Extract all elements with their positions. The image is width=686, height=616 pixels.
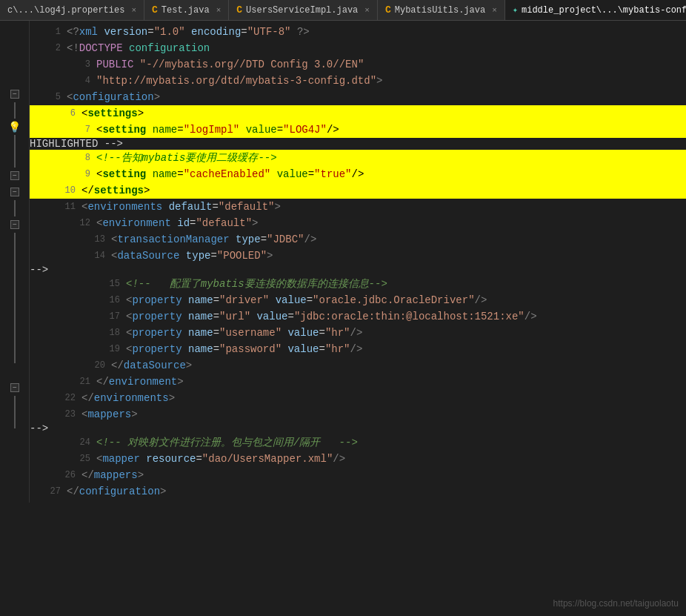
- gutter-row: [0, 396, 29, 412]
- code-line-26: 26 </mappers>: [30, 467, 686, 483]
- tab-mybatis-utils[interactable]: C MybatisUitls.java ×: [378, 0, 505, 20]
- gutter-row: [0, 331, 29, 347]
- code-line-9: 9 <setting name="cacheEnabled" value="tr…: [30, 166, 686, 182]
- line-number: 19: [96, 344, 120, 354]
- code-line-10: 10 </settings>: [30, 182, 686, 199]
- close-icon[interactable]: ×: [492, 6, 497, 15]
- line-number: 18: [96, 328, 120, 338]
- line-number: 11: [52, 202, 76, 212]
- code-line-17: 17 <property name="url" value="jdbc:orac…: [30, 308, 686, 325]
- code-area: 1 <?xml version="1.0" encoding="UTF-8" ?…: [30, 21, 686, 503]
- fold-icon[interactable]: −: [10, 220, 19, 229]
- fold-icon[interactable]: −: [10, 171, 19, 180]
- code-line-6: 6 <settings>: [30, 105, 686, 122]
- tab-label: c\...\log4j.properties: [7, 5, 124, 16]
- gutter-row: [0, 102, 29, 119]
- gutter-row: [0, 314, 29, 331]
- fold-line: [14, 249, 16, 265]
- gutter-row: [0, 347, 29, 363]
- line-number: 10: [52, 185, 76, 196]
- line-number: 5: [37, 92, 61, 102]
- line-number: 8: [67, 153, 90, 163]
- code-line-15: 15 <!-- 配置了mybatis要连接的数据库的连接信息-->: [30, 276, 686, 292]
- close-icon[interactable]: ×: [364, 6, 370, 15]
- line-number: 24: [67, 437, 90, 448]
- fold-line: [14, 233, 16, 249]
- line-number: 17: [96, 311, 120, 322]
- code-line-22: 22 </environments>: [30, 390, 686, 406]
- code-line-16: 16 <property name="driver" value="oracle…: [30, 292, 686, 308]
- fold-icon[interactable]: −: [10, 90, 19, 99]
- code-line-19: 19 <property name="password" value="hr"/…: [30, 341, 686, 357]
- fold-line: [14, 200, 16, 216]
- tab-mybatis-config[interactable]: ✦ middle_project\...\mybatis-config.xml …: [505, 0, 686, 20]
- code-line-27: 27 </configuration>: [30, 483, 686, 500]
- fold-line: [14, 331, 16, 347]
- gutter-row: −: [0, 216, 29, 233]
- code-line-5: 5 <configuration>: [30, 89, 686, 105]
- tab-test-java[interactable]: C Test.java ×: [144, 0, 229, 20]
- line-number: 26: [52, 470, 76, 480]
- close-icon[interactable]: ×: [216, 6, 222, 15]
- line-number: 14: [81, 251, 105, 261]
- gutter-row: [0, 298, 29, 314]
- lightbulb-icon[interactable]: 💡: [8, 121, 21, 133]
- line-number: 7: [67, 125, 90, 135]
- code-line-3: 3 PUBLIC "-//mybatis.org//DTD Config 3.0…: [30, 56, 686, 73]
- code-line-21: 21 </environment>: [30, 374, 686, 390]
- code-line-4: 4 "http://mybatis.org/dtd/mybatis-3-conf…: [30, 73, 686, 89]
- gutter-row: [0, 233, 29, 249]
- gutter-row: [0, 363, 29, 380]
- gutter-row: [0, 21, 29, 37]
- gutter-row: [0, 265, 29, 282]
- code-line-24: 24 <!-- 对映射文件进行注册。包与包之间用/隔开 -->: [30, 434, 686, 451]
- gutter-row: [0, 53, 29, 70]
- xml-icon: ✦: [513, 4, 518, 16]
- fold-line: [14, 282, 16, 298]
- code-line-12: 12 <environment id="default">: [30, 215, 686, 231]
- line-number: 27: [37, 486, 61, 497]
- close-icon[interactable]: ×: [131, 6, 136, 15]
- tab-label: middle_project\...\mybatis-config.xml: [522, 5, 686, 16]
- line-number: 1: [37, 27, 61, 37]
- fold-line: [14, 151, 16, 168]
- fold-line: [14, 396, 16, 412]
- gutter-row: 💡: [0, 119, 29, 135]
- gutter-row: −: [0, 168, 29, 184]
- java-icon: C: [152, 4, 158, 16]
- fold-line: [14, 265, 16, 282]
- tab-label: Test.java: [161, 5, 210, 16]
- line-number: 12: [67, 218, 90, 228]
- gutter-row: [0, 135, 29, 151]
- code-line-1: 1 <?xml version="1.0" encoding="UTF-8" ?…: [30, 24, 686, 40]
- gutter-row: −: [0, 380, 29, 396]
- gutter-row: [0, 70, 29, 86]
- line-number: 16: [96, 295, 120, 305]
- tab-users-service[interactable]: C UsersServiceImpl.java ×: [229, 0, 378, 20]
- fold-line: [14, 102, 16, 119]
- gutter-row: [0, 200, 29, 216]
- line-number: 9: [67, 169, 90, 179]
- fold-line: [14, 314, 16, 331]
- code-line-20: 20 </dataSource>: [30, 357, 686, 374]
- gutter-row: [0, 151, 29, 168]
- line-number: 21: [67, 377, 90, 387]
- line-number: 15: [96, 279, 120, 289]
- gutter-row: [0, 428, 29, 445]
- fold-icon[interactable]: −: [10, 188, 19, 196]
- gutter-row: [0, 37, 29, 53]
- fold-icon[interactable]: −: [10, 383, 19, 392]
- fold-line: [14, 412, 16, 428]
- tab-log4j[interactable]: c\...\log4j.properties ×: [0, 0, 144, 20]
- tab-bar: c\...\log4j.properties × C Test.java × C…: [0, 0, 686, 21]
- line-number: 13: [81, 234, 105, 245]
- line-number: 2: [37, 43, 61, 53]
- fold-line: [14, 347, 16, 363]
- code-line-25: 25 <mapper resource="dao/UsersMapper.xml…: [30, 451, 686, 467]
- java-icon: C: [385, 4, 391, 16]
- code-line-23: 23 <mappers>: [30, 406, 686, 423]
- line-number: 25: [67, 454, 90, 464]
- java-icon: C: [236, 4, 242, 16]
- gutter-row: −: [0, 86, 29, 102]
- gutter-row: [0, 412, 29, 428]
